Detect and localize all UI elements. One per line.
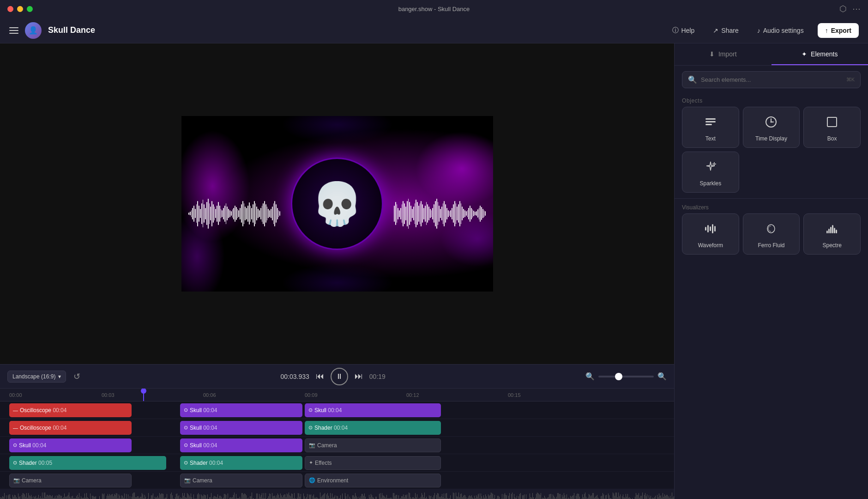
segment-skull-2[interactable]: ⊙ Skull 00:04 xyxy=(305,403,441,417)
track-row: — Oscilloscope 00:04 ⊙ Skull 00:04 ⊙ Sku… xyxy=(0,402,674,419)
text-icon xyxy=(704,116,717,132)
chevron-down-icon: ▾ xyxy=(58,373,61,380)
zoom-in-icon[interactable]: 🔍 xyxy=(657,372,667,381)
segment-skull-5[interactable]: ⊙ Skull 00:04 xyxy=(180,438,302,452)
panel-tabs: ⬇ Import ✦ Elements xyxy=(675,43,868,66)
toolbar-right: ⓘ Help ↗ Share ♪ Audio settings ↑ Export xyxy=(434,23,859,38)
segment-icon: ⊙ xyxy=(184,407,188,413)
camera-icon: 📷 xyxy=(13,477,20,483)
title-bar: banger.show - Skull Dance ⬡ ⋯ xyxy=(0,0,868,18)
close-button[interactable] xyxy=(7,6,13,12)
share-button[interactable]: ↗ Share xyxy=(708,24,743,37)
maximize-button[interactable] xyxy=(27,6,33,12)
pause-button[interactable]: ⏸ xyxy=(331,368,348,385)
element-card-time-display[interactable]: Time Display xyxy=(743,107,800,148)
aspect-ratio-select[interactable]: Landscape (16:9) ▾ xyxy=(7,371,66,383)
spectre-icon xyxy=(826,222,838,238)
ruler-mark-2: 00:06 xyxy=(203,389,216,401)
segment-icon: ⊙ xyxy=(13,442,17,448)
window-title: banger.show - Skull Dance xyxy=(398,6,470,12)
user-avatar[interactable]: 👤 xyxy=(25,22,42,39)
element-card-text[interactable]: Text xyxy=(682,107,739,148)
segment-oscilloscope-2[interactable]: — Oscilloscope 00:04 xyxy=(9,421,132,435)
svg-rect-2 xyxy=(705,124,712,125)
ruler-mark-3: 00:09 xyxy=(305,389,318,401)
segment-environment[interactable]: 🌐 Environment xyxy=(305,474,441,487)
toolbar-left: 👤 Skull Dance xyxy=(9,22,434,39)
export-button[interactable]: ↑ Export xyxy=(818,23,859,38)
preview-canvas: (function(){ var container = document.cu… xyxy=(181,116,493,292)
zoom-out-icon[interactable]: 🔍 xyxy=(585,372,595,381)
waveform-track-visual xyxy=(0,489,674,499)
window-controls xyxy=(7,6,33,12)
element-label-time-display: Time Display xyxy=(755,135,787,142)
clock-icon xyxy=(765,116,778,132)
element-card-ferro-fluid[interactable]: Ferro Fluid xyxy=(743,213,800,255)
segment-shader-1[interactable]: ⊙ Shader 00:04 xyxy=(305,421,441,435)
zoom-slider-thumb[interactable] xyxy=(615,373,622,380)
ruler-mark-0: 00:00 xyxy=(9,389,22,401)
extensions-icon[interactable]: ⬡ xyxy=(839,4,847,14)
svg-rect-7 xyxy=(827,117,837,127)
svg-rect-15 xyxy=(830,227,832,233)
element-label-spectre: Spectre xyxy=(822,242,841,249)
segment-skull-1[interactable]: ⊙ Skull 00:04 xyxy=(180,403,302,417)
tab-elements[interactable]: ✦ Elements xyxy=(772,43,868,65)
section-divider xyxy=(675,198,868,199)
element-label-waveform: Waveform xyxy=(698,242,723,249)
zoom-slider[interactable] xyxy=(598,376,654,377)
segment-oscilloscope-1[interactable]: — Oscilloscope 00:04 xyxy=(9,403,132,417)
element-label-text: Text xyxy=(705,135,716,142)
recycle-button[interactable]: ↺ xyxy=(73,371,80,382)
audio-settings-button[interactable]: ♪ Audio settings xyxy=(753,24,808,37)
camera-icon: 📷 xyxy=(184,477,191,483)
segment-shader-2[interactable]: ⊙ Shader 00:05 xyxy=(9,456,166,470)
element-card-box[interactable]: Box xyxy=(803,107,861,148)
camera-icon: 📷 xyxy=(309,442,315,448)
segment-skull-4[interactable]: ⊙ Skull 00:04 xyxy=(9,438,132,452)
svg-rect-17 xyxy=(834,228,835,233)
segment-camera-3[interactable]: 📷 Camera xyxy=(180,474,302,487)
element-card-sparkles[interactable]: Sparkles xyxy=(682,152,739,193)
segment-shader-3[interactable]: ⊙ Shader 00:04 xyxy=(180,456,302,470)
svg-rect-9 xyxy=(707,225,709,232)
search-bar[interactable]: 🔍 ⌘K xyxy=(682,71,861,88)
element-card-spectre[interactable]: Spectre xyxy=(803,213,861,255)
track-row: ⊙ Skull 00:04 ⊙ Skull 00:04 📷 Camera xyxy=(0,437,674,454)
title-bar-right: ⬡ ⋯ xyxy=(839,4,861,14)
element-card-waveform[interactable]: Waveform xyxy=(682,213,739,255)
rewind-button[interactable]: ⏮ xyxy=(316,371,324,381)
timeline-tracks: — Oscilloscope 00:04 ⊙ Skull 00:04 ⊙ Sku… xyxy=(0,402,674,499)
playhead[interactable] xyxy=(143,389,144,401)
segment-effects[interactable]: ✦ Effects xyxy=(305,456,441,470)
current-time-display: 00:03.933 xyxy=(281,373,309,380)
main-content: (function(){ var container = document.cu… xyxy=(0,43,868,499)
search-input[interactable] xyxy=(701,76,843,83)
right-panel: ⬇ Import ✦ Elements 🔍 ⌘K Objects xyxy=(674,43,868,499)
segment-icon: ⊙ xyxy=(184,460,188,466)
svg-rect-1 xyxy=(705,121,716,122)
waveform-left: (function(){ var container = document.cu… xyxy=(188,195,281,232)
track-row: ⊙ Shader 00:05 ⊙ Shader 00:04 ✦ Effects xyxy=(0,454,674,472)
ruler-mark-1: 00:03 xyxy=(102,389,115,401)
tab-import[interactable]: ⬇ Import xyxy=(675,43,772,65)
preview-container: (function(){ var container = document.cu… xyxy=(0,43,674,364)
segment-camera-1[interactable]: 📷 Camera xyxy=(305,438,441,452)
segment-skull-3[interactable]: ⊙ Skull 00:04 xyxy=(180,421,302,435)
playback-bar: Landscape (16:9) ▾ ↺ 00:03.933 ⏮ ⏸ ⏭ 00:… xyxy=(0,364,674,388)
search-shortcut: ⌘K xyxy=(846,77,855,83)
aspect-ratio-label: Landscape (16:9) xyxy=(12,373,55,380)
timeline: 00:00 00:03 00:06 00:09 00:12 00:15 — Os… xyxy=(0,388,674,499)
help-button[interactable]: ⓘ Help xyxy=(668,24,699,37)
ruler-mark-5: 00:15 xyxy=(508,389,521,401)
box-icon xyxy=(826,116,838,132)
effects-icon: ✦ xyxy=(309,460,313,466)
fast-forward-button[interactable]: ⏭ xyxy=(355,371,363,381)
minimize-button[interactable] xyxy=(17,6,23,12)
more-icon[interactable]: ⋯ xyxy=(852,4,861,14)
menu-button[interactable] xyxy=(9,26,18,35)
segment-icon: — xyxy=(13,425,18,431)
search-icon: 🔍 xyxy=(688,75,697,84)
segment-camera-2[interactable]: 📷 Camera xyxy=(9,474,132,487)
segment-icon: ⊙ xyxy=(308,425,313,431)
